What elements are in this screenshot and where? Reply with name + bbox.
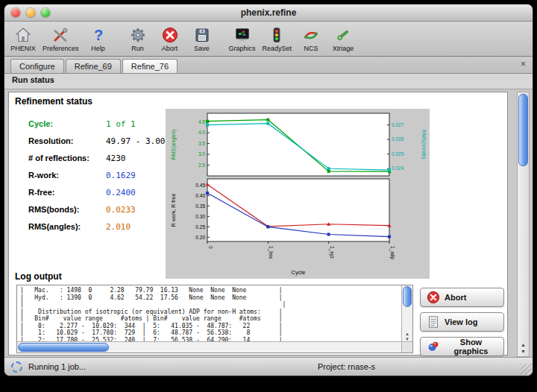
- run-status-label: Run status: [12, 75, 54, 84]
- refinement-chart: 2.53.03.54.04.50.0240.0250.0260.027RMS(a…: [166, 109, 430, 279]
- x-tick-label: 1_bss: [268, 246, 274, 259]
- toolbar-label: Preferences: [43, 45, 79, 52]
- view-log-button-label: View log: [445, 317, 477, 326]
- action-buttons: Abort View log Show graphics: [420, 288, 504, 356]
- stat-value: 0.1629: [106, 171, 136, 180]
- abort-button[interactable]: Abort: [420, 288, 504, 307]
- main-vertical-scrollbar[interactable]: ▲ ▼: [517, 92, 530, 357]
- xtriage-icon: [334, 26, 353, 45]
- svg-text:4.0: 4.0: [198, 130, 205, 135]
- stat-label: # of reflections:: [28, 154, 106, 162]
- svg-text:4.5: 4.5: [198, 119, 205, 124]
- log-text[interactable]: | Mac. : 1498 0 2.28 79.79 16.13 None No…: [20, 287, 401, 341]
- svg-text:0.20: 0.20: [195, 235, 205, 240]
- log-vscroll-arrows[interactable]: ▲ ▼: [402, 332, 412, 342]
- svg-text:?: ?: [93, 27, 102, 43]
- window-title: phenix.refine: [4, 4, 533, 21]
- svg-text:0.30: 0.30: [195, 214, 205, 219]
- show-graphics-icon: [427, 340, 440, 353]
- svg-text:0.025: 0.025: [392, 151, 404, 157]
- toolbar-button-readyset[interactable]: ReadySet: [263, 26, 292, 52]
- x-tick-label: 0: [208, 246, 213, 249]
- stat-row-resolution: Resolution: 49.97 - 3.00: [28, 136, 165, 154]
- scroll-down-icon[interactable]: ▼: [518, 348, 529, 355]
- log-hscroll-thumb[interactable]: [18, 343, 109, 352]
- app-window: phenix.refine PHENIX Preferences ? Help: [4, 4, 533, 376]
- scrollbar-corner: [401, 341, 412, 353]
- toolbar-label: Run: [131, 45, 144, 52]
- show-graphics-button[interactable]: Show graphics: [420, 337, 504, 356]
- toolbar-button-abort[interactable]: Abort: [157, 26, 183, 52]
- x-tick-label: 1_adp: [389, 246, 395, 259]
- svg-text:3.5: 3.5: [198, 141, 205, 146]
- save-icon: [192, 26, 211, 45]
- log-output-heading: Log output: [15, 271, 62, 282]
- toolbar-label: Graphics: [229, 45, 256, 52]
- stat-row-rms-angles: RMS(angles): 2.010: [28, 222, 165, 239]
- abort-icon: [160, 26, 179, 45]
- abort-button-label: Abort: [445, 293, 466, 302]
- stat-value: 2.010: [106, 222, 131, 232]
- status-bar: Running 1 job... Project: rnase-s: [4, 357, 533, 376]
- minimize-window-button[interactable]: [26, 8, 35, 17]
- run-status-panel: Refinement status Cycle: 1 of 1 Resoluti…: [8, 92, 508, 355]
- svg-text:0.024: 0.024: [392, 165, 404, 171]
- view-log-icon: [427, 315, 440, 329]
- stat-value: 0.2400: [106, 188, 136, 197]
- y-axis-label-left: RMS(angles): [171, 130, 177, 160]
- svg-text:0.40: 0.40: [195, 193, 205, 198]
- traffic-lights: [11, 8, 50, 17]
- tab-close-icon[interactable]: ×: [521, 59, 526, 69]
- ncs-icon: [302, 26, 321, 45]
- help-icon: ?: [89, 26, 107, 45]
- tab-refine-69[interactable]: Refine_69: [66, 59, 121, 73]
- stat-value: 0.0233: [106, 205, 136, 215]
- toolbar-button-preferences[interactable]: Preferences: [43, 26, 79, 52]
- svg-text:2.5: 2.5: [198, 162, 205, 168]
- stat-row-rms-bonds: RMS(bonds): 0.0233: [28, 205, 165, 222]
- status-running-text: Running 1 job...: [28, 362, 86, 371]
- svg-text:0.026: 0.026: [392, 136, 404, 142]
- toolbar-button-xtriage[interactable]: Xtriage: [330, 26, 356, 52]
- main-vscroll-arrows[interactable]: ▲ ▼: [518, 341, 529, 355]
- svg-text:0.027: 0.027: [392, 122, 404, 127]
- titlebar: phenix.refine: [4, 4, 533, 22]
- resize-grip[interactable]: [521, 364, 532, 375]
- stat-label: Resolution:: [28, 136, 106, 145]
- log-vertical-scrollbar[interactable]: ▲ ▼: [401, 285, 412, 342]
- x-tick-label: 1_xyz: [329, 246, 335, 259]
- toolbar-label: NCS: [304, 45, 318, 52]
- toolbar-button-help[interactable]: ? Help: [86, 26, 111, 52]
- log-vscroll-thumb[interactable]: [403, 286, 412, 307]
- stat-row-reflections: # of reflections: 4230: [28, 154, 165, 171]
- toolbar-button-save[interactable]: Save: [189, 26, 215, 52]
- scroll-up-icon[interactable]: ▲: [518, 341, 529, 348]
- stat-label: R-free:: [28, 188, 106, 197]
- run-gear-icon: [128, 26, 147, 45]
- svg-text:0.25: 0.25: [195, 224, 205, 230]
- toolbar-label: ReadySet: [263, 45, 292, 52]
- tab-configure[interactable]: Configure: [10, 59, 64, 73]
- svg-text:0.45: 0.45: [195, 183, 205, 188]
- close-window-button[interactable]: [11, 8, 20, 17]
- progress-spinner-icon: [11, 361, 22, 373]
- toolbar: PHENIX Preferences ? Help Run Abort: [4, 22, 533, 57]
- toolbar-button-graphics[interactable]: Graphics: [229, 26, 256, 52]
- tab-refine-76[interactable]: Refine_76: [122, 59, 178, 73]
- toolbar-label: Help: [91, 45, 105, 52]
- stat-value: 4230: [106, 154, 126, 163]
- y-axis-label-left: R work, R free: [171, 194, 176, 227]
- stat-value: 49.97 - 3.00: [106, 136, 165, 146]
- status-project-text: Project: rnase-s: [318, 362, 375, 371]
- toolbar-button-phenix[interactable]: PHENIX: [10, 26, 36, 52]
- toolbar-label: PHENIX: [10, 45, 36, 52]
- log-horizontal-scrollbar[interactable]: [17, 341, 402, 353]
- zoom-window-button[interactable]: [41, 8, 50, 17]
- main-vscroll-thumb[interactable]: [518, 94, 528, 166]
- stat-value: 1 of 1: [106, 119, 136, 129]
- view-log-button[interactable]: View log: [420, 312, 504, 332]
- stat-row-cycle: Cycle: 1 of 1: [28, 119, 165, 136]
- scroll-up-icon[interactable]: ▲: [402, 332, 412, 337]
- toolbar-button-ncs[interactable]: NCS: [298, 26, 324, 52]
- toolbar-button-run[interactable]: Run: [125, 26, 151, 52]
